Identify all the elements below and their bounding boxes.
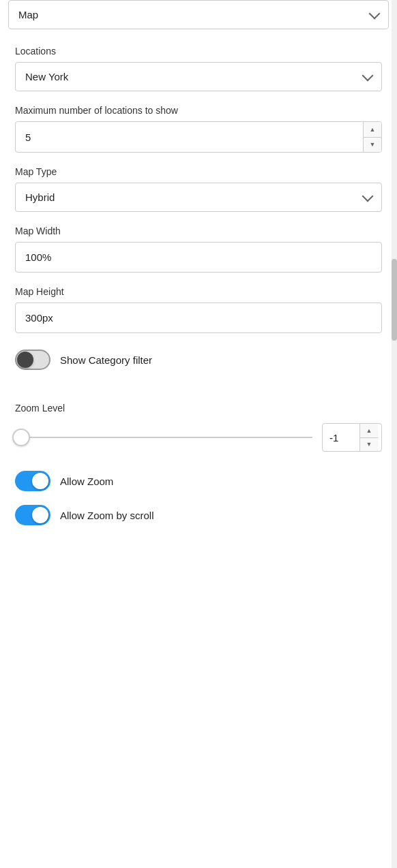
toggle-thumb	[32, 473, 48, 489]
toggle-track	[15, 471, 50, 491]
locations-dropdown[interactable]: New York	[15, 62, 382, 91]
toggle-thumb	[17, 352, 33, 368]
map-top-value: Map	[18, 9, 38, 20]
max-locations-label: Maximum number of locations to show	[15, 105, 382, 116]
max-locations-spinner: ▲ ▼	[363, 122, 381, 152]
zoom-spinner-up-button[interactable]: ▲	[360, 424, 378, 438]
map-type-value: Hybrid	[25, 191, 55, 203]
allow-zoom-label: Allow Zoom	[60, 476, 113, 487]
max-locations-input[interactable]	[16, 123, 363, 151]
show-category-filter-label: Show Category filter	[60, 354, 152, 366]
zoom-slider-thumb[interactable]	[12, 429, 30, 446]
zoom-level-label: Zoom Level	[15, 403, 382, 414]
allow-zoom-row: Allow Zoom	[0, 471, 397, 491]
zoom-spinner-down-button[interactable]: ▼	[360, 438, 378, 452]
spinner-down-button[interactable]: ▼	[364, 138, 381, 153]
zoom-spinner: ▲ ▼	[359, 424, 378, 451]
toggle-thumb	[32, 507, 48, 523]
toggle-track	[15, 350, 50, 370]
chevron-down-icon	[362, 69, 374, 81]
map-height-section: Map Height	[0, 286, 397, 333]
allow-zoom-toggle[interactable]	[15, 471, 50, 491]
zoom-slider-track	[15, 437, 312, 438]
locations-value: New York	[25, 71, 68, 82]
map-height-input[interactable]	[15, 303, 382, 333]
allow-zoom-by-scroll-toggle[interactable]	[15, 505, 50, 525]
zoom-control-row: ▲ ▼	[15, 423, 382, 452]
scrollbar[interactable]	[392, 0, 397, 868]
max-locations-input-wrapper: ▲ ▼	[15, 121, 382, 153]
zoom-number-wrapper: ▲ ▼	[322, 423, 382, 452]
scrollbar-thumb[interactable]	[392, 259, 397, 341]
toggle-track	[15, 505, 50, 525]
allow-zoom-by-scroll-row: Allow Zoom by scroll	[0, 505, 397, 525]
map-width-section: Map Width	[0, 226, 397, 273]
zoom-number-input[interactable]	[323, 425, 359, 450]
allow-zoom-by-scroll-label: Allow Zoom by scroll	[60, 510, 154, 521]
show-category-filter-row: Show Category filter	[0, 350, 397, 370]
show-category-filter-toggle[interactable]	[15, 350, 50, 370]
locations-section: Locations New York	[0, 46, 397, 91]
chevron-down-icon	[362, 190, 374, 202]
map-height-label: Map Height	[15, 286, 382, 297]
map-type-label: Map Type	[15, 166, 382, 177]
map-type-dropdown[interactable]: Hybrid	[15, 183, 382, 212]
chevron-down-icon	[369, 7, 381, 19]
settings-panel: Map Locations New York Maximum number of…	[0, 0, 397, 553]
max-locations-section: Maximum number of locations to show ▲ ▼	[0, 105, 397, 153]
spinner-up-button[interactable]: ▲	[364, 122, 381, 138]
map-type-top-dropdown[interactable]: Map	[8, 0, 389, 29]
map-type-section: Map Type Hybrid	[0, 166, 397, 212]
spacer	[0, 375, 397, 389]
zoom-slider-wrapper	[15, 427, 312, 448]
zoom-level-section: Zoom Level ▲ ▼	[0, 403, 397, 452]
map-width-input[interactable]	[15, 242, 382, 273]
locations-label: Locations	[15, 46, 382, 57]
map-width-label: Map Width	[15, 226, 382, 236]
